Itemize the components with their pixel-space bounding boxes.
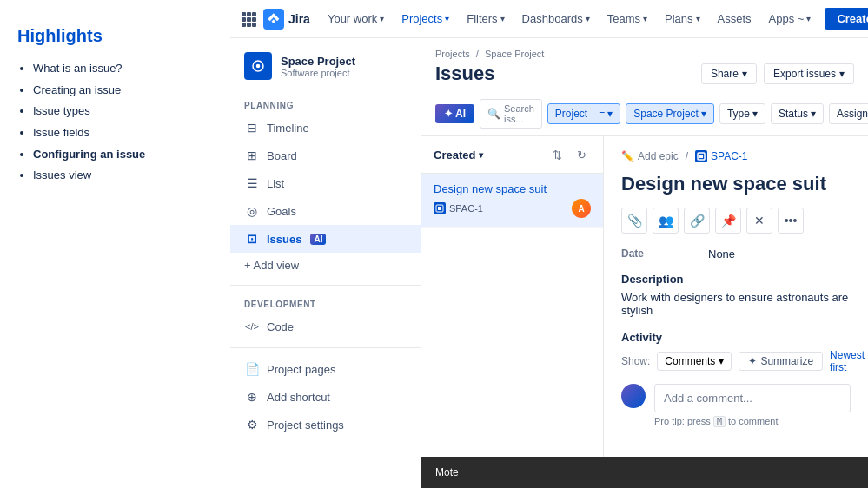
- description-field: Description Work with designers to ensur…: [621, 273, 851, 317]
- jira-logo[interactable]: Jira: [263, 9, 310, 30]
- more-options-button[interactable]: •••: [778, 208, 804, 234]
- highlight-item-5[interactable]: Configuring an issue: [33, 144, 213, 166]
- sidebar-item-project-pages[interactable]: 📄 Project pages: [230, 355, 421, 383]
- attach-button[interactable]: 📎: [621, 208, 647, 234]
- project-name: Space Project: [281, 55, 355, 68]
- search-icon: 🔍: [487, 108, 500, 120]
- issue-avatar: A: [572, 199, 591, 218]
- goals-label: Goals: [267, 205, 296, 218]
- sidebar-item-list[interactable]: ☰ List: [230, 169, 421, 197]
- issues-icon: ⊡: [244, 231, 260, 247]
- nav-dashboards[interactable]: Dashboards ▾: [515, 8, 597, 30]
- highlights-list: What is an issue? Creating an issue Issu…: [17, 58, 213, 187]
- highlight-item-3[interactable]: Issue types: [33, 101, 213, 122]
- project-header: Space Project Software project: [230, 52, 421, 94]
- issues-split-view: Created ▾ ⇅ ↻ Design new space suit: [421, 136, 868, 457]
- created-header: Created ▾ ⇅ ↻: [421, 136, 603, 174]
- refresh-icon[interactable]: ↻: [572, 145, 591, 164]
- add-shortcut-icon: ⊕: [244, 389, 260, 405]
- highlight-item-6[interactable]: Issues view: [33, 165, 213, 187]
- type-filter-chip[interactable]: Type ▾: [719, 103, 765, 124]
- detail-top: ✏️ Add epic / SPAC-1: [621, 150, 851, 162]
- issue-key-link[interactable]: SPAC-1: [695, 150, 747, 162]
- share-button[interactable]: Share ▾: [701, 63, 757, 84]
- pin-button[interactable]: 📌: [715, 208, 741, 234]
- project-type: Software project: [281, 68, 355, 78]
- detail-title: Design new space suit: [621, 173, 851, 195]
- integration-button[interactable]: ✕: [746, 208, 772, 234]
- status-filter-chip[interactable]: Status ▾: [771, 103, 824, 124]
- jira-logo-icon: [263, 9, 284, 30]
- breadcrumb-projects[interactable]: Projects: [435, 49, 470, 59]
- timeline-label: Timeline: [267, 122, 309, 135]
- highlight-item-4[interactable]: Issue fields: [33, 122, 213, 144]
- nav-apps[interactable]: Apps ~ ▾: [762, 8, 818, 30]
- search-input[interactable]: 🔍 Search iss...: [480, 99, 542, 129]
- sort-icon[interactable]: ⇅: [547, 145, 567, 164]
- summarize-icon: ✦: [748, 355, 757, 367]
- nav-teams[interactable]: Teams ▾: [600, 8, 654, 30]
- svg-rect-7: [247, 23, 251, 27]
- summarize-button[interactable]: ✦ Summarize: [739, 352, 823, 371]
- space-project-filter-chip[interactable]: Space Project ▾: [626, 103, 714, 124]
- project-filter-chip[interactable]: Project = ▾: [547, 103, 620, 124]
- main-content: Projects / Space Project Issues Share ▾ …: [421, 38, 868, 488]
- issues-list-pane: Created ▾ ⇅ ↻ Design new space suit: [421, 136, 604, 457]
- sidebar-divider: [230, 285, 421, 286]
- sidebar-item-add-shortcut[interactable]: ⊕ Add shortcut: [230, 383, 421, 411]
- breadcrumb: Projects / Space Project: [435, 49, 854, 59]
- goals-icon: ◎: [244, 203, 260, 219]
- filter-bar: ✦ AI 🔍 Search iss... Project = ▾ Space P…: [421, 92, 868, 136]
- add-epic-button[interactable]: ✏️ Add epic: [621, 150, 679, 162]
- mote-label: Mote: [435, 466, 459, 478]
- sidebar-item-goals[interactable]: ◎ Goals: [230, 197, 421, 225]
- project-settings-label: Project settings: [267, 419, 344, 432]
- add-view[interactable]: + Add view: [230, 253, 421, 278]
- nav-assets[interactable]: Assets: [711, 8, 759, 30]
- jira-area: Jira Your work ▾ Projects ▾ Filters ▾ Da…: [230, 0, 868, 488]
- board-icon: ⊞: [244, 148, 260, 163]
- issue-meta: SPAC-1 A: [434, 199, 591, 218]
- settings-icon: ⚙: [244, 417, 260, 432]
- activity-show: Show: Comments ▾ ✦ Summarize Newest firs…: [621, 349, 851, 373]
- grid-icon[interactable]: [241, 8, 256, 30]
- issues-label: Issues: [267, 233, 301, 246]
- issue-key-badge: [434, 202, 446, 214]
- comments-select[interactable]: Comments ▾: [657, 352, 732, 371]
- description-label: Description: [621, 273, 851, 286]
- link-button[interactable]: 🔗: [684, 208, 710, 234]
- breadcrumb-space-project[interactable]: Space Project: [485, 49, 544, 59]
- sidebar-item-timeline[interactable]: ⊟ Timeline: [230, 114, 421, 142]
- child-issues-button[interactable]: 👥: [653, 208, 679, 234]
- ai-filter-button[interactable]: ✦ AI: [435, 104, 474, 123]
- svg-rect-4: [247, 17, 251, 22]
- nav-projects[interactable]: Projects ▾: [394, 8, 456, 30]
- sidebar-item-issues[interactable]: ⊡ Issues AI: [230, 225, 421, 253]
- newest-first[interactable]: Newest first: [830, 349, 865, 373]
- highlight-item-1[interactable]: What is an issue?: [33, 58, 213, 80]
- sidebar-item-board[interactable]: ⊞ Board: [230, 142, 421, 169]
- highlight-item-2[interactable]: Creating an issue: [33, 80, 213, 102]
- sidebar-item-code[interactable]: </> Code: [230, 313, 421, 340]
- pro-tip: Pro tip: press M to comment: [654, 416, 851, 426]
- issue-row[interactable]: Design new space suit SPAC-1: [421, 174, 603, 228]
- sidebar: Space Project Software project PLANNING …: [230, 38, 421, 488]
- nav-your-work[interactable]: Your work ▾: [321, 8, 391, 30]
- list-label: List: [267, 177, 284, 190]
- activity-field: Activity Show: Comments ▾ ✦ Summarize: [621, 331, 851, 426]
- svg-rect-3: [242, 17, 246, 22]
- nav-plans[interactable]: Plans ▾: [658, 8, 707, 30]
- assignee-filter-chip[interactable]: Assignee ▾: [829, 103, 868, 124]
- comment-box[interactable]: Add a comment...: [654, 384, 851, 412]
- pencil-icon: ✏️: [621, 150, 634, 162]
- svg-rect-8: [252, 23, 256, 27]
- date-field: Date None: [621, 247, 851, 260]
- timeline-icon: ⊟: [244, 120, 260, 135]
- svg-rect-6: [242, 23, 246, 27]
- create-button[interactable]: Create: [825, 8, 868, 30]
- created-icons: ⇅ ↻: [547, 145, 591, 164]
- sidebar-item-project-settings[interactable]: ⚙ Project settings: [230, 411, 421, 439]
- top-nav: Jira Your work ▾ Projects ▾ Filters ▾ Da…: [230, 0, 868, 38]
- nav-filters[interactable]: Filters ▾: [460, 8, 511, 30]
- export-issues-button[interactable]: Export issues ▾: [764, 63, 854, 84]
